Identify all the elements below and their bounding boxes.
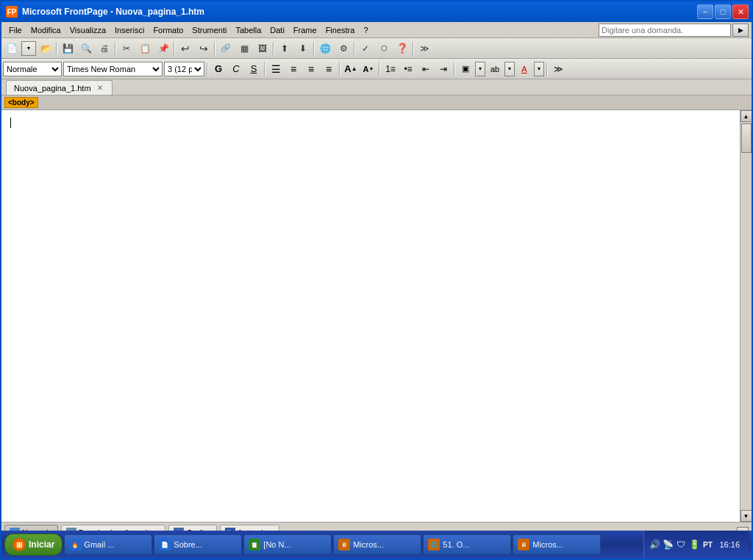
toolbar-link[interactable]: 🔗 [217, 40, 235, 57]
taskbar-icon-micros2: 🖥 [518, 539, 529, 550]
font-color-button[interactable]: A [516, 62, 532, 76]
menu-row: File Modifica Visualizza Inserisci Forma… [1, 22, 752, 38]
align-center-button[interactable]: ≡ [285, 62, 301, 76]
strike-button[interactable]: S [246, 62, 262, 76]
toolbar-help-btn[interactable]: ❓ [393, 40, 411, 57]
editor-area[interactable] [1, 110, 740, 522]
toolbar-image[interactable]: 🖼 [254, 40, 271, 57]
scroll-track[interactable] [740, 122, 752, 510]
scroll-up-button[interactable]: ▲ [740, 110, 752, 122]
minimize-button[interactable]: − [697, 4, 713, 19]
title-bar: FP Microsoft FrontPage - Nuova_pagina_1.… [1, 1, 752, 22]
menu-finestra[interactable]: Finestra [321, 24, 360, 36]
toolbar-search-web[interactable]: 🔍 [77, 40, 95, 57]
editor-content[interactable] [1, 110, 740, 522]
menu-inserisci[interactable]: Inserisci [110, 24, 149, 36]
help-search-button[interactable]: ▶ [732, 24, 749, 37]
toolbar-table[interactable]: ▦ [235, 40, 253, 57]
taskbar-item-micros2[interactable]: 🖥 Micros... [513, 534, 601, 555]
toolbar-paste[interactable]: 📌 [154, 40, 172, 57]
font-size-down-button[interactable]: A▼ [360, 62, 376, 76]
menu-formato[interactable]: Formato [149, 24, 188, 36]
title-bar-left: FP Microsoft FrontPage - Nuova_pagina_1.… [6, 6, 204, 18]
align-left-button[interactable]: ☰ [268, 62, 284, 76]
sep-fmt2 [263, 61, 266, 77]
indent-increase-button[interactable]: ⇥ [435, 62, 452, 76]
menu-file[interactable]: File [4, 24, 26, 36]
start-button[interactable]: ⊞ Iniciar [4, 534, 63, 556]
scroll-thumb[interactable] [741, 123, 752, 153]
toolbar-up[interactable]: ⬆ [276, 40, 293, 57]
tray-icon-4[interactable]: 🔋 [688, 539, 700, 550]
taskbar-item-51[interactable]: 🌐 51. O... [423, 534, 511, 555]
taskbar-icon-sobre: 📄 [159, 539, 171, 550]
tray-icon-2[interactable]: 📡 [662, 539, 674, 550]
align-justify-button[interactable]: ≡ [321, 62, 337, 76]
tab-close-button[interactable]: ✕ [96, 84, 104, 93]
format-toolbar: Normale Times New Roman 3 (12 pt) G C S … [1, 59, 752, 79]
toolbar-save[interactable]: 💾 [59, 40, 76, 57]
toolbar-gear[interactable]: ⚙ [335, 40, 352, 57]
toolbar-expand[interactable]: ≫ [415, 40, 433, 57]
indent-decrease-button[interactable]: ⇤ [418, 62, 434, 76]
taskbar-item-no[interactable]: 📋 [No N... [243, 534, 332, 555]
ordered-list-button[interactable]: 1≡ [382, 62, 399, 76]
taskbar-item-micros1[interactable]: 🖥 Micros... [333, 534, 421, 555]
highlight-dropdown[interactable]: ▾ [504, 62, 515, 76]
app-window: FP Microsoft FrontPage - Nuova_pagina_1.… [0, 0, 753, 560]
toolbar-redo[interactable]: ↪ [195, 40, 213, 57]
toolbar-new[interactable]: 📄 [3, 40, 21, 57]
tray-icon-3[interactable]: 🛡 [675, 539, 687, 550]
toolbar-globe[interactable]: 🌐 [316, 40, 334, 57]
border-dropdown[interactable]: ▾ [475, 62, 485, 76]
sep1 [55, 40, 58, 57]
taskbar-item-gmail[interactable]: 🔥 Gmail ... [64, 534, 152, 555]
style-select[interactable]: Normale [3, 62, 62, 76]
toolbar-spell[interactable]: ✓ [357, 40, 374, 57]
toolbar-new-dropdown[interactable]: ▾ [21, 41, 36, 56]
bold-button[interactable]: G [210, 62, 226, 76]
menu-dati[interactable]: Dati [265, 24, 289, 36]
menu-help[interactable]: ? [359, 24, 372, 36]
tray-icon-lang[interactable]: PT [702, 539, 713, 550]
tag-bar: <body> [1, 96, 752, 110]
close-button[interactable]: ✕ [732, 4, 749, 19]
scroll-down-button[interactable]: ▼ [740, 510, 752, 522]
toolbar-preview[interactable]: 🖨 [96, 40, 113, 57]
italic-button[interactable]: C [228, 62, 244, 76]
toolbar-undo[interactable]: ↩ [176, 40, 194, 57]
start-icon: ⊞ [13, 538, 26, 551]
align-right-button[interactable]: ≡ [303, 62, 319, 76]
taskbar-icon-51: 🌐 [428, 539, 440, 550]
toolbar-open[interactable]: 📂 [37, 40, 54, 57]
toolbar-down[interactable]: ⬇ [294, 40, 312, 57]
unordered-list-button[interactable]: •≡ [400, 62, 416, 76]
taskbar-item-sobre[interactable]: 📄 Sobre... [154, 534, 242, 555]
body-tag[interactable]: <body> [4, 97, 38, 108]
border-button[interactable]: ▣ [457, 62, 474, 76]
size-select[interactable]: 3 (12 pt) [164, 62, 204, 76]
menu-tabella[interactable]: Tabella [231, 24, 265, 36]
font-select[interactable]: Times New Roman [63, 62, 163, 76]
sep-fmt4 [378, 61, 381, 77]
menu-modifica[interactable]: Modifica [26, 24, 65, 36]
tray-icon-1[interactable]: 🔊 [649, 539, 660, 550]
help-search-input[interactable] [599, 24, 731, 37]
highlight-button[interactable]: ab [487, 62, 503, 76]
menu-frame[interactable]: Frame [289, 24, 321, 36]
sep4 [213, 40, 216, 57]
taskbar-right: 🔊 📡 🛡 🔋 PT 16:16 [643, 531, 749, 559]
toolbar-publish[interactable]: ⬡ [375, 40, 393, 57]
font-size-up-button[interactable]: A▲ [343, 62, 359, 76]
menu-visualizza[interactable]: Visualizza [65, 24, 110, 36]
toolbar-cut[interactable]: ✂ [118, 40, 135, 57]
font-color-dropdown[interactable]: ▾ [534, 62, 544, 76]
tab-nuova-pagina[interactable]: Nuova_pagina_1.htm ✕ [6, 80, 113, 95]
systray: 🔊 📡 🛡 🔋 PT 16:16 [643, 531, 749, 559]
expand-fmt-button[interactable]: ≫ [550, 62, 566, 76]
toolbar-copy[interactable]: 📋 [136, 40, 154, 57]
title-bar-controls: − □ ✕ [697, 4, 749, 19]
sep-fmt1 [206, 61, 209, 77]
menu-strumenti[interactable]: Strumenti [188, 24, 231, 36]
maximize-button[interactable]: □ [715, 4, 731, 19]
